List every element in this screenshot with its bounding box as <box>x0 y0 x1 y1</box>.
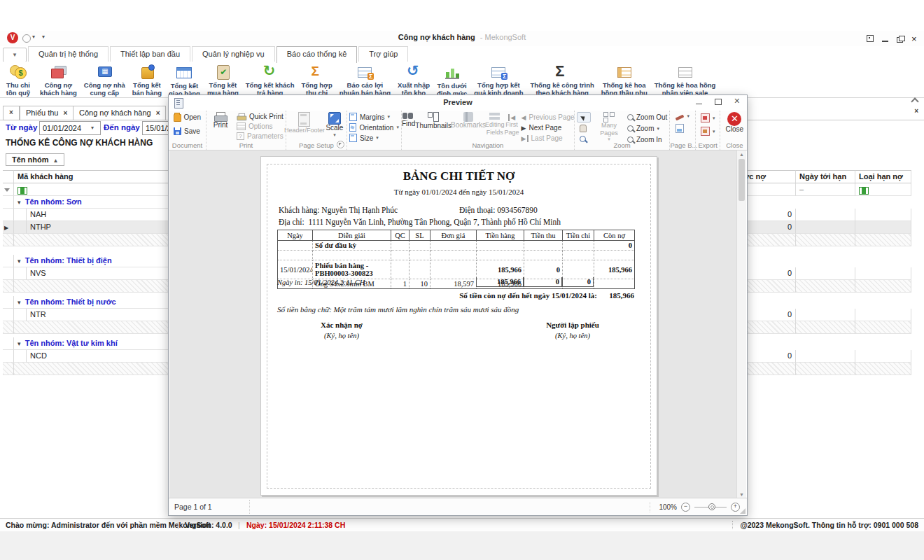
parameters-button[interactable]: Parameters <box>234 132 286 141</box>
tabstrip-close-icon[interactable]: × <box>914 107 918 115</box>
print-button[interactable]: Print <box>206 111 234 141</box>
zoom-slider[interactable] <box>694 507 727 507</box>
preview-close-icon[interactable] <box>734 97 740 106</box>
preview-maximize-icon[interactable] <box>715 99 722 105</box>
close-icon[interactable] <box>911 35 918 42</box>
filter-type-cell[interactable] <box>855 183 911 196</box>
due-cell[interactable] <box>796 267 855 280</box>
restore-icon[interactable] <box>897 37 903 43</box>
type-cell[interactable] <box>855 209 911 221</box>
zoom-slider-thumb[interactable] <box>708 503 715 510</box>
ribbon-tab-bao-cao-thong-ke[interactable]: Báo cáo thống kê <box>276 46 358 63</box>
tool-cong-no-nha-cung-cap[interactable]: Công nợ nhà cung cấp <box>80 63 129 97</box>
header-footer-button[interactable]: Header/Footer <box>286 111 323 138</box>
thumbnails-button[interactable]: Thumbnails <box>415 111 451 143</box>
send-document-button[interactable] <box>699 126 718 136</box>
scale-button[interactable]: Scale <box>323 111 346 138</box>
remaining-debt-label: Số tiền còn nợ đến hết ngày 15/01/2024 l… <box>366 291 597 300</box>
collapse-icon[interactable] <box>18 197 21 206</box>
collapse-icon[interactable] <box>18 256 21 265</box>
collapse-icon[interactable] <box>18 298 21 306</box>
empty-cell <box>796 234 855 246</box>
col-tien-hang: Tiền hàng <box>477 230 524 241</box>
hand-tool-button[interactable] <box>577 124 589 133</box>
due-cell[interactable] <box>796 309 855 321</box>
editing-fields-button[interactable]: Editing Fields <box>485 111 505 143</box>
tab-cong-no-khach-hang[interactable]: Công nợ khách hàng× <box>73 106 166 120</box>
previous-page-button[interactable]: Previous Page <box>519 113 577 122</box>
due-cell[interactable] <box>796 209 855 221</box>
preview-scrollbar[interactable]: ▲ ▼ <box>736 150 746 498</box>
tab-phieu-thu[interactable]: Phiếu thu× <box>20 106 74 120</box>
scroll-down-icon[interactable]: ▼ <box>739 492 744 497</box>
grid-header-type[interactable]: Loại hạn nợ <box>855 170 911 183</box>
pointer-tool-button[interactable] <box>577 112 591 122</box>
ribbon-tab-thiet-lap-ban-dau[interactable]: Thiết lập ban đầu <box>110 46 190 62</box>
type-cell[interactable] <box>855 350 911 363</box>
zoom-out-button[interactable]: Zoom Out <box>625 113 669 122</box>
close-preview-button[interactable]: Close <box>720 111 748 134</box>
tab-close-icon[interactable]: × <box>156 109 160 117</box>
save-button[interactable]: Save <box>172 127 203 136</box>
scroll-up-icon[interactable]: ▲ <box>739 152 744 157</box>
tool-tong-hop-ket-qua-kinh-doanh[interactable]: Tổng hợp kết quả kinh doanh <box>470 63 526 97</box>
tool-ton-duoi-dinh-muc[interactable]: Tồn dưới định mức <box>433 63 470 97</box>
fullscreen-icon[interactable] <box>867 35 874 42</box>
ribbon-tab-quan-ly-nghiep-vu[interactable]: Quản lý nghiệp vụ <box>192 46 275 62</box>
tool-thong-ke-cong-trinh[interactable]: Thống kê công trình theo khách hàng <box>526 63 597 97</box>
ribbon-tab-quan-tri-he-thong[interactable]: Quản trị hệ thống <box>28 46 108 62</box>
collapse-icon[interactable] <box>18 339 21 347</box>
zoom-button[interactable]: Zoom <box>625 124 669 133</box>
page-color-button[interactable] <box>673 123 692 134</box>
tool-tong-hop-thu-chi[interactable]: Tổng hợp thu chi <box>298 63 335 97</box>
scroll-thumb[interactable] <box>738 159 745 201</box>
size-button[interactable]: Size <box>347 133 401 143</box>
tool-hoa-hong-thau-phu[interactable]: Thống kê hoa hồng thầu phụ <box>598 63 651 97</box>
type-cell[interactable] <box>855 221 911 234</box>
group-close: Close Close <box>720 111 748 150</box>
zoom-minus-button[interactable]: − <box>681 503 690 512</box>
group-by-chip[interactable]: Tên nhóm <box>6 153 64 166</box>
due-cell[interactable] <box>796 350 855 363</box>
type-cell[interactable] <box>855 309 911 321</box>
tool-hoa-hong-nhan-vien-sale[interactable]: Thống kê hoa hồng nhân viên sale <box>651 63 720 97</box>
many-pages-button[interactable]: Many Pages <box>593 111 625 145</box>
resize-grip[interactable] <box>740 508 746 514</box>
due-cell[interactable] <box>796 221 855 234</box>
empty-cell <box>796 280 855 293</box>
tab-close-button[interactable]: × <box>3 106 20 120</box>
filter-due-cell[interactable]: – <box>796 183 855 196</box>
tab-close-icon[interactable]: × <box>63 109 67 117</box>
tool-tong-ket-mua-hang[interactable]: Tổng kết mua hàng <box>204 63 242 97</box>
preview-minimize-icon[interactable] <box>696 97 702 104</box>
tool-tong-ket-ban-hang[interactable]: Tổng kết bán hàng <box>129 63 165 97</box>
first-page-button[interactable]: First Page <box>505 111 519 143</box>
tool-xuat-nhap-ton-kho[interactable]: Xuất nhập tồn kho <box>394 63 433 97</box>
page-setup-dialog-launcher[interactable] <box>337 141 344 148</box>
tool-cong-no-khach-hang[interactable]: Công nợ khách hàng <box>36 63 80 97</box>
tool-thu-chi-ton-quy[interactable]: Thu chi tồn quỹ <box>0 63 36 97</box>
next-page-icon <box>522 125 526 132</box>
type-cell[interactable] <box>855 267 911 280</box>
options-button[interactable]: Options <box>234 122 286 131</box>
ribbon-tab-tro-giup[interactable]: Trợ giúp <box>358 46 408 62</box>
find-button[interactable]: Find <box>402 111 415 143</box>
from-date-dropdown-icon[interactable] <box>91 125 94 131</box>
tool-bao-cao-loi-nhuan[interactable]: Báo cáo lợi nhuận bán hàng <box>336 63 394 97</box>
quick-print-button[interactable]: Quick Print <box>234 112 286 121</box>
export-document-button[interactable] <box>699 113 718 123</box>
minimize-icon[interactable] <box>882 36 888 42</box>
bookmarks-button[interactable]: Bookmarks <box>451 111 485 143</box>
editing-fields-icon <box>489 112 500 121</box>
open-button[interactable]: Open <box>172 112 203 122</box>
tool-tong-ket-khach-tra-hang[interactable]: Tổng kết khách trả hàng <box>242 63 298 97</box>
zoom-plus-button[interactable]: + <box>731 503 740 512</box>
watermark-button[interactable] <box>673 113 692 120</box>
next-page-button[interactable]: Next Page <box>519 123 577 132</box>
grid-header-due[interactable]: Ngày tới hạn <box>796 170 855 183</box>
orientation-button[interactable]: Orientation <box>347 122 401 132</box>
margins-button[interactable]: Margins <box>347 112 401 122</box>
tool-tong-ket-giao-hang[interactable]: Tổng kết giao hàng <box>165 63 204 97</box>
layout-switch-button[interactable] <box>3 48 27 62</box>
ribbon-collapse-icon[interactable] <box>911 97 918 103</box>
